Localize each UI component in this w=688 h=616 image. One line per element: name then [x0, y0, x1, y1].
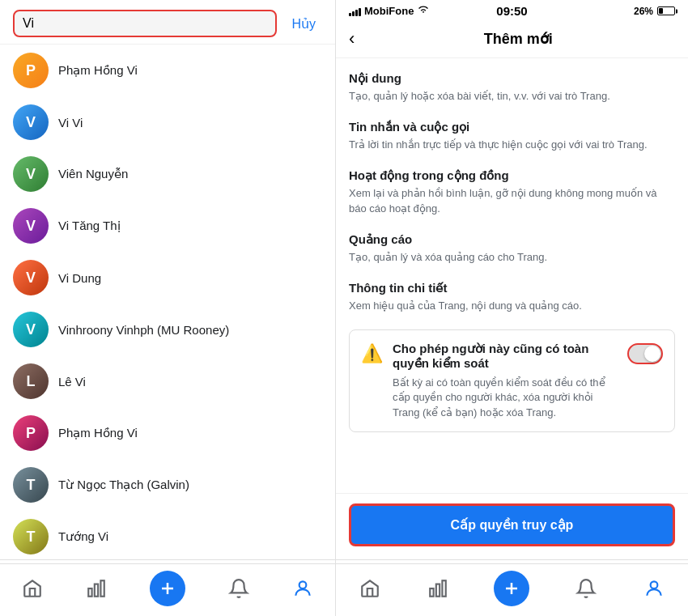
avatar: V [13, 104, 49, 140]
right-divider [336, 559, 688, 560]
contact-name: Vi Vi [58, 116, 83, 130]
contact-item[interactable]: T Từ Ngọc Thạch (Galvin) [0, 459, 335, 511]
contact-item[interactable]: V Vi Vi [0, 96, 335, 148]
permission-title: Hoạt động trong cộng đồng [349, 168, 675, 183]
contact-item[interactable]: V Vi Dung [0, 252, 335, 304]
avatar: V [13, 260, 49, 295]
right-title: Thêm mới [361, 30, 675, 48]
nav-bell-icon[interactable] [227, 577, 250, 600]
contact-name: Tướng Vi [58, 529, 108, 544]
svg-point-5 [299, 581, 307, 588]
permission-title: Nội dung [349, 71, 675, 86]
permission-title: Thông tin chi tiết [349, 281, 675, 295]
right-nav-avatar-icon[interactable] [643, 577, 665, 600]
left-panel: Hủy P Phạm Hồng Vi V Vi Vi V Viên Nguyễn… [0, 0, 336, 616]
status-right: 26% [634, 6, 675, 17]
svg-rect-6 [430, 588, 433, 597]
right-bottom-nav [336, 563, 688, 616]
svg-point-11 [651, 581, 658, 588]
avatar: V [13, 208, 49, 244]
search-input-wrapper [13, 10, 277, 37]
contact-item[interactable]: V Vi Tăng Thị [0, 200, 335, 252]
toggle-knob [644, 346, 660, 362]
avatar: P [13, 415, 49, 451]
right-nav-chart-icon[interactable] [427, 577, 449, 600]
contact-name: Phạm Hồng Vi [58, 63, 138, 78]
full-control-toggle[interactable] [627, 343, 663, 364]
nav-home-icon[interactable] [21, 577, 44, 600]
full-control-title: Cho phép người này cũng có toàn quyền ki… [393, 342, 618, 371]
contact-item[interactable]: V Vinhroony Vinhph (MU Rooney) [0, 304, 335, 355]
contact-list: P Phạm Hồng Vi V Vi Vi V Viên Nguyễn V V… [0, 45, 335, 559]
contact-item[interactable]: P Phạm Hồng Vi [0, 407, 335, 459]
permission-title: Quảng cáo [349, 232, 675, 247]
permission-item: Nội dung Tạo, quản lý hoặc xóa bài viết,… [349, 71, 675, 104]
avatar: P [13, 53, 49, 88]
avatar: L [13, 363, 49, 399]
svg-rect-0 [89, 588, 92, 597]
contact-item[interactable]: V Viên Nguyễn [0, 148, 335, 200]
grant-btn-wrapper: Cấp quyền truy cập [336, 493, 688, 559]
contact-item[interactable]: L Lê Vi [0, 355, 335, 407]
permission-title: Tin nhắn và cuộc gọi [349, 120, 675, 134]
nav-plus-button[interactable] [150, 571, 185, 606]
left-bottom-nav [0, 563, 335, 616]
full-control-text: Cho phép người này cũng có toàn quyền ki… [393, 342, 618, 420]
toggle-wrapper [627, 342, 663, 364]
contact-item[interactable]: P Phạm Hồng Vi [0, 45, 335, 96]
avatar: V [13, 312, 49, 347]
status-left: MobiFone [349, 5, 430, 17]
back-button[interactable]: ‹ [349, 27, 361, 51]
search-bar: Hủy [0, 0, 335, 45]
right-content: Nội dung Tạo, quản lý hoặc xóa bài viết,… [336, 58, 688, 493]
left-divider [0, 559, 335, 560]
avatar: T [13, 467, 49, 503]
svg-rect-2 [101, 580, 104, 597]
contact-name: Phạm Hồng Vi [58, 426, 138, 440]
grant-access-button[interactable]: Cấp quyền truy cập [349, 503, 675, 546]
avatar: T [13, 519, 49, 554]
right-nav-home-icon[interactable] [359, 577, 381, 600]
right-nav-plus-button[interactable] [494, 571, 529, 606]
status-bar-container: MobiFone 09:50 26% [336, 0, 688, 20]
cancel-button[interactable]: Hủy [285, 13, 322, 35]
permission-item: Hoạt động trong cộng đồng Xem lại và phả… [349, 168, 675, 215]
permission-item: Quảng cáo Tạo, quản lý và xóa quảng cáo … [349, 232, 675, 265]
contact-name: Lê Vi [58, 375, 86, 389]
search-input[interactable] [23, 16, 267, 31]
contact-name: Từ Ngọc Thạch (Galvin) [58, 478, 189, 492]
permission-item: Tin nhắn và cuộc gọi Trả lời tin nhắn tr… [349, 120, 675, 152]
contact-name: Vinhroony Vinhph (MU Rooney) [58, 323, 229, 337]
svg-rect-8 [442, 580, 445, 597]
permission-desc: Xem lại và phản hồi bình luận, gỡ nội du… [349, 186, 675, 215]
contact-name: Vi Tăng Thị [58, 219, 121, 233]
svg-rect-1 [95, 584, 98, 597]
battery-pct-label: 26% [634, 6, 653, 17]
signal-bars [349, 6, 361, 16]
nav-avatar-icon[interactable] [291, 577, 314, 600]
permission-item: Thông tin chi tiết Xem hiệu quả của Tran… [349, 281, 675, 313]
contact-name: Vi Dung [58, 271, 101, 285]
avatar: V [13, 156, 49, 192]
permission-desc: Xem hiệu quả của Trang, nội dung và quản… [349, 299, 675, 313]
warning-icon: ⚠️ [361, 343, 383, 364]
permission-desc: Tạo, quản lý hoặc xóa bài viết, tin, v.v… [349, 89, 675, 104]
battery-icon [657, 6, 675, 15]
full-control-desc: Bất kỳ ai có toàn quyền kiểm soát đều có… [393, 376, 618, 420]
full-control-box: ⚠️ Cho phép người này cũng có toàn quyền… [349, 329, 675, 432]
permission-desc: Tạo, quản lý và xóa quảng cáo cho Trang. [349, 250, 675, 265]
contact-name: Viên Nguyễn [58, 167, 128, 181]
status-bar: MobiFone 09:50 26% [336, 0, 688, 20]
permission-desc: Trả lời tin nhắn trực tiếp và thực hiện … [349, 138, 675, 152]
right-panel: MobiFone 09:50 26% [336, 0, 688, 616]
right-header: ‹ Thêm mới [336, 20, 688, 58]
contact-item[interactable]: T Tướng Vi [0, 511, 335, 559]
status-time: 09:50 [496, 4, 527, 18]
wifi-icon [417, 5, 430, 17]
carrier-label: MobiFone [364, 5, 414, 17]
right-nav-bell-icon[interactable] [575, 577, 597, 600]
nav-chart-icon[interactable] [85, 577, 108, 600]
svg-rect-7 [436, 584, 440, 597]
